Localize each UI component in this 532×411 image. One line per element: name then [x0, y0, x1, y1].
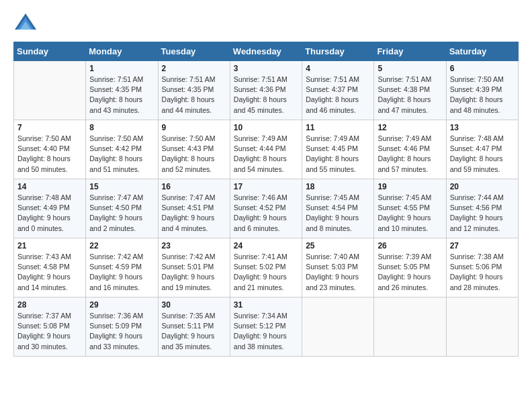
calendar-cell: 14Sunrise: 7:48 AMSunset: 4:49 PMDayligh… — [14, 179, 86, 238]
day-detail: Sunrise: 7:49 AMSunset: 4:46 PMDaylight:… — [378, 134, 442, 175]
calendar-cell: 5Sunrise: 7:51 AMSunset: 4:38 PMDaylight… — [374, 61, 446, 120]
calendar-cell: 12Sunrise: 7:49 AMSunset: 4:46 PMDayligh… — [374, 120, 446, 179]
day-number: 14 — [17, 182, 82, 191]
header — [13, 11, 519, 35]
calendar-cell: 17Sunrise: 7:46 AMSunset: 4:52 PMDayligh… — [230, 179, 302, 238]
day-detail: Sunrise: 7:49 AMSunset: 4:44 PMDaylight:… — [234, 134, 298, 175]
day-detail: Sunrise: 7:51 AMSunset: 4:38 PMDaylight:… — [378, 75, 442, 116]
weekday-header-monday: Monday — [86, 42, 158, 61]
week-row-4: 21Sunrise: 7:43 AMSunset: 4:58 PMDayligh… — [14, 238, 519, 298]
week-row-1: 1Sunrise: 7:51 AMSunset: 4:35 PMDaylight… — [14, 61, 519, 120]
day-detail: Sunrise: 7:46 AMSunset: 4:52 PMDaylight:… — [234, 193, 298, 234]
day-detail: Sunrise: 7:50 AMSunset: 4:42 PMDaylight:… — [89, 134, 154, 175]
day-number: 20 — [450, 182, 515, 191]
calendar-cell: 19Sunrise: 7:45 AMSunset: 4:55 PMDayligh… — [374, 179, 446, 238]
day-number: 8 — [89, 123, 154, 132]
day-number: 15 — [89, 182, 154, 191]
calendar-cell: 11Sunrise: 7:49 AMSunset: 4:45 PMDayligh… — [302, 120, 374, 179]
calendar-cell: 20Sunrise: 7:44 AMSunset: 4:56 PMDayligh… — [446, 179, 518, 238]
calendar-cell: 31Sunrise: 7:34 AMSunset: 5:12 PMDayligh… — [230, 298, 302, 357]
calendar-cell: 1Sunrise: 7:51 AMSunset: 4:35 PMDaylight… — [86, 61, 158, 120]
calendar-cell: 23Sunrise: 7:42 AMSunset: 5:01 PMDayligh… — [158, 238, 230, 298]
day-number: 23 — [162, 241, 226, 250]
logo-area — [13, 11, 40, 35]
day-detail: Sunrise: 7:50 AMSunset: 4:39 PMDaylight:… — [450, 75, 515, 116]
calendar-cell: 26Sunrise: 7:39 AMSunset: 5:05 PMDayligh… — [374, 238, 446, 298]
calendar-cell: 13Sunrise: 7:48 AMSunset: 4:47 PMDayligh… — [446, 120, 518, 179]
day-detail: Sunrise: 7:44 AMSunset: 4:56 PMDaylight:… — [450, 193, 515, 234]
logo-icon — [13, 11, 38, 35]
day-number: 27 — [450, 241, 515, 250]
day-number: 17 — [234, 182, 298, 191]
day-detail: Sunrise: 7:42 AMSunset: 4:59 PMDaylight:… — [89, 252, 154, 293]
day-detail: Sunrise: 7:41 AMSunset: 5:02 PMDaylight:… — [234, 252, 298, 293]
day-detail: Sunrise: 7:45 AMSunset: 4:55 PMDaylight:… — [378, 193, 442, 234]
day-detail: Sunrise: 7:42 AMSunset: 5:01 PMDaylight:… — [162, 252, 226, 293]
day-number: 3 — [234, 64, 298, 73]
weekday-header-saturday: Saturday — [446, 42, 518, 61]
day-detail: Sunrise: 7:45 AMSunset: 4:54 PMDaylight:… — [306, 193, 370, 234]
weekday-header-wednesday: Wednesday — [230, 42, 302, 61]
day-detail: Sunrise: 7:40 AMSunset: 5:03 PMDaylight:… — [306, 252, 370, 293]
day-number: 29 — [89, 300, 154, 310]
day-number: 16 — [162, 182, 226, 191]
day-number: 7 — [17, 123, 82, 132]
weekday-header-tuesday: Tuesday — [158, 42, 230, 61]
calendar-table: SundayMondayTuesdayWednesdayThursdayFrid… — [13, 42, 519, 357]
calendar-cell: 25Sunrise: 7:40 AMSunset: 5:03 PMDayligh… — [302, 238, 374, 298]
calendar-cell: 18Sunrise: 7:45 AMSunset: 4:54 PMDayligh… — [302, 179, 374, 238]
calendar-cell: 16Sunrise: 7:47 AMSunset: 4:51 PMDayligh… — [158, 179, 230, 238]
day-detail: Sunrise: 7:43 AMSunset: 4:58 PMDaylight:… — [17, 252, 82, 293]
day-number: 24 — [234, 241, 298, 250]
day-detail: Sunrise: 7:38 AMSunset: 5:06 PMDaylight:… — [450, 252, 515, 293]
day-detail: Sunrise: 7:39 AMSunset: 5:05 PMDaylight:… — [378, 252, 442, 293]
calendar-cell: 22Sunrise: 7:42 AMSunset: 4:59 PMDayligh… — [86, 238, 158, 298]
calendar-cell: 8Sunrise: 7:50 AMSunset: 4:42 PMDaylight… — [86, 120, 158, 179]
day-detail: Sunrise: 7:35 AMSunset: 5:11 PMDaylight:… — [162, 311, 226, 352]
calendar-cell: 6Sunrise: 7:50 AMSunset: 4:39 PMDaylight… — [446, 61, 518, 120]
day-detail: Sunrise: 7:47 AMSunset: 4:50 PMDaylight:… — [89, 193, 154, 234]
day-detail: Sunrise: 7:50 AMSunset: 4:43 PMDaylight:… — [162, 134, 226, 175]
calendar-cell: 7Sunrise: 7:50 AMSunset: 4:40 PMDaylight… — [14, 120, 86, 179]
calendar-cell: 29Sunrise: 7:36 AMSunset: 5:09 PMDayligh… — [86, 298, 158, 357]
calendar-cell: 10Sunrise: 7:49 AMSunset: 4:44 PMDayligh… — [230, 120, 302, 179]
week-row-5: 28Sunrise: 7:37 AMSunset: 5:08 PMDayligh… — [14, 298, 519, 357]
day-number: 6 — [450, 64, 515, 73]
day-detail: Sunrise: 7:51 AMSunset: 4:35 PMDaylight:… — [89, 75, 154, 116]
weekday-header-friday: Friday — [374, 42, 446, 61]
day-number: 26 — [378, 241, 442, 250]
calendar-cell: 2Sunrise: 7:51 AMSunset: 4:35 PMDaylight… — [158, 61, 230, 120]
day-number: 1 — [89, 64, 154, 73]
day-number: 21 — [17, 241, 82, 250]
day-detail: Sunrise: 7:49 AMSunset: 4:45 PMDaylight:… — [306, 134, 370, 175]
day-number: 12 — [378, 123, 442, 132]
day-number: 9 — [162, 123, 226, 132]
calendar-cell — [446, 298, 518, 357]
day-detail: Sunrise: 7:34 AMSunset: 5:12 PMDaylight:… — [234, 311, 298, 352]
calendar-cell — [302, 298, 374, 357]
calendar-cell: 27Sunrise: 7:38 AMSunset: 5:06 PMDayligh… — [446, 238, 518, 298]
weekday-header-thursday: Thursday — [302, 42, 374, 61]
day-detail: Sunrise: 7:48 AMSunset: 4:49 PMDaylight:… — [17, 193, 82, 234]
calendar-cell: 21Sunrise: 7:43 AMSunset: 4:58 PMDayligh… — [14, 238, 86, 298]
calendar-cell: 28Sunrise: 7:37 AMSunset: 5:08 PMDayligh… — [14, 298, 86, 357]
day-number: 11 — [306, 123, 370, 132]
day-detail: Sunrise: 7:51 AMSunset: 4:37 PMDaylight:… — [306, 75, 370, 116]
day-number: 25 — [306, 241, 370, 250]
day-detail: Sunrise: 7:51 AMSunset: 4:36 PMDaylight:… — [234, 75, 298, 116]
calendar-cell: 4Sunrise: 7:51 AMSunset: 4:37 PMDaylight… — [302, 61, 374, 120]
day-number: 30 — [162, 300, 226, 310]
week-row-3: 14Sunrise: 7:48 AMSunset: 4:49 PMDayligh… — [14, 179, 519, 238]
day-number: 31 — [234, 300, 298, 310]
calendar-cell: 9Sunrise: 7:50 AMSunset: 4:43 PMDaylight… — [158, 120, 230, 179]
calendar-cell — [374, 298, 446, 357]
day-detail: Sunrise: 7:51 AMSunset: 4:35 PMDaylight:… — [162, 75, 226, 116]
calendar-cell: 3Sunrise: 7:51 AMSunset: 4:36 PMDaylight… — [230, 61, 302, 120]
day-number: 28 — [17, 300, 82, 310]
day-detail: Sunrise: 7:48 AMSunset: 4:47 PMDaylight:… — [450, 134, 515, 175]
day-number: 13 — [450, 123, 515, 132]
day-detail: Sunrise: 7:36 AMSunset: 5:09 PMDaylight:… — [89, 311, 154, 352]
day-detail: Sunrise: 7:47 AMSunset: 4:51 PMDaylight:… — [162, 193, 226, 234]
day-number: 2 — [162, 64, 226, 73]
calendar-cell: 15Sunrise: 7:47 AMSunset: 4:50 PMDayligh… — [86, 179, 158, 238]
